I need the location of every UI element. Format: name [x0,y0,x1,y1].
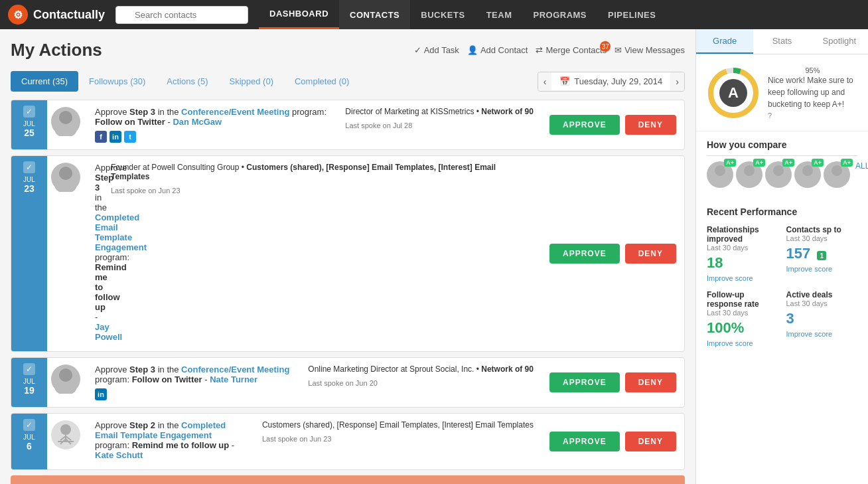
contact-link-3[interactable]: Nate Turner [210,374,257,384]
card-month-2: Jul [23,176,35,183]
social-icons-3: in [95,388,292,400]
card-meta-4: Customers (shared), [Response] Email Tem… [254,414,542,469]
logo[interactable]: ⚙ Contactually [8,5,105,25]
contact-link-1[interactable]: Dan McGaw [173,117,222,127]
card-checkbox[interactable]: ✓ [23,106,35,118]
facebook-icon[interactable]: f [95,131,107,143]
perf-improve-2[interactable]: Improve score [707,339,778,347]
merge-contacts-button[interactable]: ⇄ Merge Contacts 37 [536,45,607,55]
approve-button-4[interactable]: APPROVE [549,432,620,451]
partial-card [11,475,685,484]
linkedin-icon[interactable]: in [109,131,121,143]
deny-button-3[interactable]: DENY [625,372,676,392]
grade-inner: A [719,79,747,107]
card-meta-3: Online Marketing Director at Sprout Soci… [300,358,542,407]
perf-improve-3[interactable]: Improve score [786,330,858,338]
card-meta-title-1: Director of Marketing at KISSmetrics • N… [345,107,534,116]
sidebar-tab-stats[interactable]: Stats [753,29,810,54]
svg-point-5 [55,382,76,394]
program-link-4[interactable]: Completed Email Template Engagement [95,420,226,440]
view-messages-button[interactable]: ✉ View Messages [615,45,685,55]
card-checkbox-4[interactable]: ✓ [23,419,35,431]
check-icon: ✓ [414,45,421,55]
logo-text: Contactually [33,8,105,22]
tab-completed[interactable]: Completed (0) [284,71,360,92]
action-card-4: ✓ Jul 6 [11,413,685,470]
tab-skipped[interactable]: Skipped (0) [218,71,283,92]
program-link-3[interactable]: Conference/Event Meeting [181,364,289,374]
nav-dashboard[interactable]: DASHBOARD [259,0,339,29]
deny-button-2[interactable]: DENY [625,244,676,264]
svg-point-24 [832,165,842,176]
sidebar-tab-spotlight[interactable]: Spotlight [811,29,868,54]
perf-sublabel-3: Last 30 days [786,299,858,307]
grade-text: Nice work! Make sure to keep following u… [768,74,857,110]
deny-button-4[interactable]: DENY [625,432,676,451]
nav-contacts[interactable]: CONTACTS [339,0,410,29]
perf-improve-1[interactable]: Improve score [786,265,858,273]
search-input[interactable] [115,6,248,24]
card-date-jul25: ✓ Jul 25 [11,100,47,149]
nav-buckets[interactable]: BUCKETS [410,0,475,29]
card-month: Jul [23,120,35,127]
card-meta-spoke-1: Last spoke on Jul 28 [345,121,534,129]
card-body-2: Approve Step 3 in the Completed Email Te… [87,156,103,351]
tab-current[interactable]: Current (35) [11,71,78,92]
twitter-icon[interactable]: t [124,131,136,143]
card-month-3: Jul [23,378,35,385]
date-next-button[interactable]: › [670,72,684,91]
contact-link-4[interactable]: Kate Schutt [95,450,143,460]
approve-button-2[interactable]: APPROVE [549,244,620,264]
avatar-img [51,107,80,136]
date-nav: ‹ 📅 Tuesday, July 29, 2014 › [538,72,685,92]
grade-circle: A [707,66,760,120]
svg-point-3 [55,180,76,192]
avatar-img-3 [51,364,80,394]
perf-value-0: 18 [707,254,778,272]
grade-help[interactable]: ? [768,112,772,120]
compare-avatar-5: A+ [824,161,850,191]
linkedin-icon-3[interactable]: in [95,388,107,400]
svg-point-4 [59,368,72,382]
tab-actions[interactable]: Actions (5) [156,71,218,92]
add-contact-button[interactable]: 👤 Add Contact [467,45,528,55]
tab-followups[interactable]: Followups (30) [78,71,156,92]
card-day-3: 19 [24,385,35,396]
sidebar-grade: A 95% Nice work! Make sure to keep follo… [696,54,868,131]
sidebar-tab-grade[interactable]: Grade [696,29,753,54]
program-link-1[interactable]: Conference/Event Meeting [181,107,289,117]
header-actions: ✓ Add Task 👤 Add Contact ⇄ Merge Contact… [414,45,685,55]
card-actions-4: APPROVE DENY [542,414,684,469]
message-icon: ✉ [615,45,622,55]
svg-point-22 [802,165,813,176]
card-meta-title-4: Customers (shared), [Response] Email Tem… [262,420,534,430]
card-checkbox-2[interactable]: ✓ [23,161,35,173]
nav-programs[interactable]: PROGRAMS [522,0,597,29]
action-card-2: ✓ Jul 23 Approve Step 3 in the Completed… [11,155,685,352]
perf-item-deals: Active deals Last 30 days 3 Improve scor… [786,290,858,347]
perf-item-contacts: Contacts sp to Last 30 days 157 1 Improv… [786,225,858,282]
all-link[interactable]: ALL [855,161,868,191]
approve-button-1[interactable]: APPROVE [549,115,620,135]
nav-pipelines[interactable]: PIPELINES [597,0,666,29]
card-meta-title-2: Founder at Powell Consulting Group • Cus… [111,163,534,181]
nav-team[interactable]: TEAM [476,0,523,29]
nav-links: DASHBOARD CONTACTS BUCKETS TEAM PROGRAMS… [259,0,860,29]
recent-performance: Recent Performance Relationships improve… [696,199,868,355]
compare-avatar-1: A+ [707,161,733,191]
card-actions-3: APPROVE DENY [542,358,684,407]
approve-button-3[interactable]: APPROVE [549,372,620,392]
perf-label-2: Follow-up response rate [707,290,778,309]
deny-button-1[interactable]: DENY [625,115,676,135]
top-nav: ⚙ Contactually DASHBOARD CONTACTS BUCKET… [0,0,868,29]
perf-value-2: 100% [707,319,778,337]
grade-letter: A [719,79,747,107]
date-prev-button[interactable]: ‹ [538,72,552,91]
perf-sublabel-0: Last 30 days [707,244,778,252]
svg-point-2 [59,167,72,180]
card-checkbox-3[interactable]: ✓ [23,363,35,375]
card-avatar-4 [47,414,87,469]
perf-label-0: Relationships improved [707,225,778,244]
add-task-button[interactable]: ✓ Add Task [414,45,459,55]
perf-improve-0[interactable]: Improve score [707,274,778,282]
